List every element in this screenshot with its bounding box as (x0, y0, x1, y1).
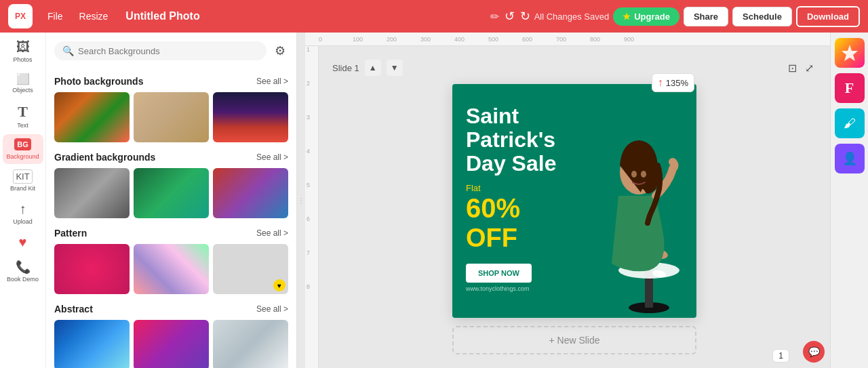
page-number: 1 (778, 351, 783, 361)
upgrade-button[interactable]: Upgrade (613, 7, 679, 26)
redo-button[interactable]: ↻ (520, 9, 530, 24)
photo-tool-icon: 👤 (842, 151, 857, 166)
photo-backgrounds-see-all[interactable]: See all > (256, 77, 288, 86)
favorite-badge: ♥ (273, 279, 285, 291)
pattern-header: Pattern See all > (54, 228, 288, 239)
panel-content: Photo backgrounds See all > Gradient bac… (46, 66, 296, 368)
slide-label: Slide 1 (332, 63, 359, 73)
topbar: PX File Resize Untitled Photo ✏ ↺ ↻ All … (0, 0, 868, 33)
sidebar-item-book-demo[interactable]: 📞 Book Demo (3, 255, 43, 287)
edit-title-icon[interactable]: ✏ (490, 10, 499, 23)
menu-file[interactable]: File (41, 8, 70, 24)
abstract-thumb-3[interactable] (213, 320, 288, 368)
ruler-v-400: 4 (305, 148, 318, 182)
sidebar-background-label: Background (6, 153, 39, 160)
sidebar-item-brand-kit[interactable]: KIT Brand Kit (3, 165, 43, 196)
app-logo[interactable]: PX (8, 4, 33, 28)
pattern-see-all[interactable]: See all > (256, 228, 288, 238)
document-title[interactable]: Untitled Photo (125, 10, 481, 22)
ruler-vertical: 1 2 3 4 5 6 7 8 (305, 46, 319, 368)
gradient-backgrounds-grid (54, 168, 288, 218)
sidebar-upload-label: Upload (13, 218, 33, 225)
photos-icon: 🖼 (16, 39, 30, 55)
pattern-thumb-1[interactable] (54, 244, 130, 294)
canvas-area: 0 100 200 300 400 500 600 700 800 900 1 … (305, 33, 830, 368)
download-button[interactable]: Download (796, 6, 860, 27)
abstract-see-all[interactable]: See all > (256, 304, 288, 314)
sidebar-item-background[interactable]: BG Background (3, 134, 43, 164)
slide-percent: 60% (466, 193, 556, 224)
slide-website: www.tonyclothings.com (466, 285, 556, 292)
gradient-backgrounds-see-all[interactable]: See all > (256, 152, 288, 162)
slide-area: Slide 1 ▲ ▼ ⊡ ⤢ Saint Patrick's (319, 46, 830, 368)
slide-nav-up[interactable]: ▲ (365, 60, 381, 76)
pattern-title: Pattern (54, 228, 87, 239)
ruler-v-500: 5 (305, 182, 318, 216)
undo-redo-group: ↺ ↻ (505, 9, 530, 24)
topbar-actions: ↺ ↻ All Changes Saved Upgrade Share Sche… (505, 6, 860, 27)
slide-text-block: Saint Patrick's Day Sale Flat 60% OFF SH… (466, 104, 556, 292)
pattern-thumb-2[interactable] (134, 244, 209, 294)
sidebar-item-photos[interactable]: 🖼 Photos (3, 35, 43, 67)
chat-button[interactable]: 💬 (803, 341, 825, 363)
ruler-v-300: 3 (305, 114, 318, 148)
ruler-v-600: 6 (305, 216, 318, 249)
schedule-button[interactable]: Schedule (732, 7, 792, 26)
gradient-bg-thumb-2[interactable] (134, 168, 209, 218)
share-button[interactable]: Share (684, 7, 728, 26)
font-tool-button[interactable]: F (835, 73, 865, 103)
ai-tool-button[interactable] (835, 38, 865, 68)
new-slide-button[interactable]: + New Slide (452, 326, 696, 354)
bg-tool-button[interactable]: 🖌 (835, 108, 865, 138)
gradient-bg-thumb-1[interactable] (54, 168, 130, 218)
photo-tool-button[interactable]: 👤 (835, 144, 865, 173)
photo-backgrounds-title: Photo backgrounds (54, 76, 143, 87)
woman-svg (581, 128, 690, 318)
slide-view-single[interactable]: ⊡ (785, 60, 800, 76)
photo-bg-thumb-2[interactable] (134, 92, 209, 142)
gradient-bg-thumb-3[interactable] (213, 168, 288, 218)
ruler-marks: 0 100 200 300 400 500 600 700 800 900 (319, 36, 658, 43)
ruler-v-700: 7 (305, 249, 318, 283)
heart-icon: ♥ (19, 234, 27, 250)
menu-resize[interactable]: Resize (73, 8, 115, 24)
topbar-menu: File Resize (41, 8, 115, 24)
phone-icon: 📞 (16, 260, 31, 274)
pattern-thumb-3[interactable]: ♥ (213, 244, 288, 294)
sidebar-item-text[interactable]: T Text (3, 99, 43, 133)
abstract-thumb-1[interactable] (54, 320, 130, 368)
ruler-mark-700: 700 (556, 36, 590, 43)
photo-backgrounds-header: Photo backgrounds See all > (54, 76, 288, 87)
svg-marker-10 (842, 45, 858, 61)
resize-handle[interactable]: ⋮ (297, 33, 305, 368)
zoom-arrow-icon: ↑ (658, 77, 663, 89)
sidebar-item-objects[interactable]: ⬜ Objects (3, 68, 43, 98)
sidebar-item-favorites[interactable]: ♥ (3, 230, 43, 254)
ruler-mark-100: 100 (353, 36, 387, 43)
ruler-mark-400: 400 (454, 36, 488, 43)
gradient-backgrounds-header: Gradient backgrounds See all > (54, 152, 288, 163)
undo-button[interactable]: ↺ (505, 9, 515, 24)
photo-bg-thumb-1[interactable] (54, 92, 130, 142)
sidebar-photos-label: Photos (13, 56, 32, 63)
photo-backgrounds-grid (54, 92, 288, 142)
objects-icon: ⬜ (16, 73, 30, 85)
page-number-badge: 1 (772, 349, 789, 363)
ruler-v-100: 1 (305, 46, 318, 80)
filter-button[interactable]: ⚙ (272, 41, 288, 61)
sidebar-item-upload[interactable]: ↑ Upload (3, 197, 43, 229)
slide-canvas[interactable]: Saint Patrick's Day Sale Flat 60% OFF SH… (452, 84, 696, 318)
zoom-indicator: ↑ 135% (652, 73, 694, 92)
ruler-mark-900: 900 (624, 36, 658, 43)
search-input[interactable] (78, 46, 258, 56)
slide-flat-label: Flat (466, 183, 556, 193)
abstract-thumb-2[interactable] (134, 320, 209, 368)
save-status: All Changes Saved (534, 12, 610, 22)
photo-bg-thumb-3[interactable] (213, 92, 288, 142)
slide-view-expand[interactable]: ⤢ (802, 60, 816, 76)
slide-nav-down[interactable]: ▼ (387, 60, 403, 76)
ruler-mark-500: 500 (488, 36, 522, 43)
right-panel: F 🖌 👤 (830, 33, 868, 368)
slide-off: OFF (466, 224, 556, 253)
shop-now-button[interactable]: SHOP NOW (466, 264, 532, 283)
